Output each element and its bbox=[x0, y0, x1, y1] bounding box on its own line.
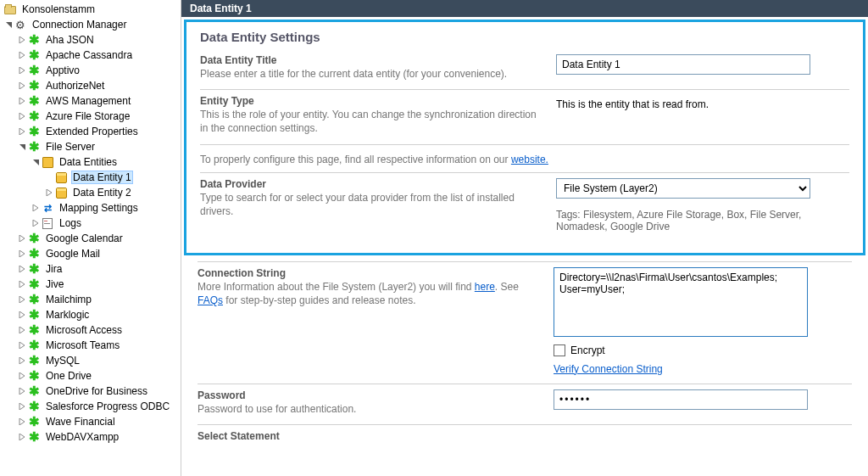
tree-label: Apache Cassandra bbox=[44, 49, 134, 61]
navigation-tree[interactable]: Konsolenstamm ⚙ Connection Manager ✱Aha … bbox=[0, 0, 181, 476]
tree-item-apptivo[interactable]: ✱Apptivo bbox=[0, 63, 181, 78]
tree-root[interactable]: Konsolenstamm bbox=[0, 2, 181, 17]
tree-item-microsoft-access[interactable]: ✱Microsoft Access bbox=[0, 322, 181, 338]
tree-item-jive[interactable]: ✱Jive bbox=[0, 277, 181, 292]
tree-item-salesforce-progress-odbc[interactable]: ✱Salesforce Progress ODBC bbox=[0, 399, 181, 414]
encrypt-label: Encrypt bbox=[570, 344, 605, 356]
tree-item-jira[interactable]: ✱Jira bbox=[0, 261, 181, 277]
faqs-link[interactable]: FAQs bbox=[198, 294, 223, 306]
connection-string-label: Connection String bbox=[198, 267, 537, 279]
mapping-icon: ⇄ bbox=[41, 201, 54, 215]
chevron-right-icon[interactable] bbox=[31, 204, 41, 211]
tree-item-webdavxampp[interactable]: ✱WebDAVXampp bbox=[0, 429, 181, 445]
chevron-down-icon[interactable] bbox=[3, 21, 14, 29]
password-label: Password bbox=[198, 389, 537, 401]
verify-connection-link[interactable]: Verify Connection String bbox=[554, 363, 663, 375]
data-provider-select[interactable]: File System (Layer2) bbox=[556, 178, 810, 199]
chevron-right-icon[interactable] bbox=[44, 189, 54, 196]
tree-item-wave-financial[interactable]: ✱Wave Financial bbox=[0, 414, 181, 429]
asterisk-icon: ✱ bbox=[27, 293, 41, 306]
chevron-right-icon[interactable] bbox=[17, 128, 27, 135]
tree-item-marklogic[interactable]: ✱Marklogic bbox=[0, 307, 181, 322]
tree-item-microsoft-teams[interactable]: ✱Microsoft Teams bbox=[0, 338, 181, 353]
chevron-right-icon[interactable] bbox=[17, 281, 27, 288]
chevron-right-icon[interactable] bbox=[17, 372, 27, 379]
chevron-right-icon[interactable] bbox=[17, 250, 27, 257]
tree-label: WebDAVXampp bbox=[44, 431, 120, 443]
encrypt-checkbox[interactable] bbox=[554, 344, 565, 356]
here-link[interactable]: here bbox=[475, 281, 495, 293]
chevron-right-icon[interactable] bbox=[17, 36, 27, 43]
chevron-down-icon[interactable] bbox=[17, 143, 27, 151]
chevron-right-icon[interactable] bbox=[17, 296, 27, 303]
asterisk-icon: ✱ bbox=[27, 323, 41, 337]
chevron-down-icon[interactable] bbox=[31, 159, 41, 166]
asterisk-icon: ✱ bbox=[27, 140, 41, 154]
tree-label: AWS Management bbox=[44, 95, 132, 107]
tree-label: Salesforce Progress ODBC bbox=[44, 400, 171, 412]
tree-item-google-mail[interactable]: ✱Google Mail bbox=[0, 246, 181, 261]
chevron-right-icon[interactable] bbox=[17, 235, 27, 242]
data-entity-title-help: Please enter a title for the current dat… bbox=[200, 67, 539, 81]
tree-label: Apptivo bbox=[44, 64, 81, 76]
tree-label: MySQL bbox=[44, 355, 81, 367]
tree-item-data-entity-1[interactable]: Data Entity 1 bbox=[0, 170, 181, 185]
asterisk-icon: ✱ bbox=[27, 400, 41, 413]
chevron-right-icon[interactable] bbox=[17, 67, 27, 74]
tree-label: Microsoft Access bbox=[44, 324, 124, 336]
chevron-right-icon[interactable] bbox=[17, 311, 27, 318]
website-link[interactable]: website. bbox=[511, 154, 548, 165]
conn-help-text2: . See bbox=[495, 281, 519, 293]
tree-item-mapping-settings[interactable]: ⇄Mapping Settings bbox=[0, 200, 181, 216]
chevron-right-icon[interactable] bbox=[17, 342, 27, 349]
tree-root-label: Konsolenstamm bbox=[20, 3, 97, 15]
chevron-right-icon[interactable] bbox=[17, 357, 27, 364]
tree-item-apache-cassandra[interactable]: ✱Apache Cassandra bbox=[0, 48, 181, 63]
tree-item-data-entities[interactable]: Data Entities bbox=[0, 154, 181, 170]
chevron-right-icon[interactable] bbox=[17, 388, 27, 395]
asterisk-icon: ✱ bbox=[27, 48, 41, 62]
asterisk-icon: ✱ bbox=[27, 415, 41, 428]
asterisk-icon: ✱ bbox=[27, 339, 41, 352]
chevron-right-icon[interactable] bbox=[31, 220, 41, 227]
tree-item-data-entity-2[interactable]: Data Entity 2 bbox=[0, 185, 181, 200]
tree-label: Mailchimp bbox=[44, 294, 93, 305]
tree-item-onedrive-business[interactable]: ✱OneDrive for Business bbox=[0, 384, 181, 399]
tree-label: File Server bbox=[44, 141, 97, 153]
data-entity-title-label: Data Entity Title bbox=[200, 54, 539, 66]
tree-item-aws-management[interactable]: ✱AWS Management bbox=[0, 93, 181, 109]
tree-item-mysql[interactable]: ✱MySQL bbox=[0, 353, 181, 368]
tree-label: Jive bbox=[44, 278, 65, 290]
tree-item-one-drive[interactable]: ✱One Drive bbox=[0, 368, 181, 384]
connection-string-help: More Information about the File System (… bbox=[198, 280, 537, 307]
chevron-right-icon[interactable] bbox=[17, 434, 27, 440]
chevron-right-icon[interactable] bbox=[17, 82, 27, 89]
tree-item-azure-file-storage[interactable]: ✱Azure File Storage bbox=[0, 109, 181, 124]
chevron-right-icon[interactable] bbox=[17, 327, 27, 333]
section-title: Data Entity Settings bbox=[200, 30, 849, 44]
chevron-right-icon[interactable] bbox=[17, 113, 27, 120]
tree-item-mailchimp[interactable]: ✱Mailchimp bbox=[0, 292, 181, 307]
chevron-right-icon[interactable] bbox=[17, 98, 27, 104]
tree-item-google-calendar[interactable]: ✱Google Calendar bbox=[0, 231, 181, 246]
tree-item-aha-json[interactable]: ✱Aha JSON bbox=[0, 32, 181, 48]
data-entity-title-input[interactable] bbox=[556, 54, 810, 75]
tree-item-logs[interactable]: Logs bbox=[0, 216, 181, 231]
tree-label: Aha JSON bbox=[44, 34, 96, 46]
asterisk-icon: ✱ bbox=[27, 247, 41, 260]
tree-item-file-server[interactable]: ✱File Server bbox=[0, 139, 181, 154]
connection-string-textarea[interactable]: Directory=\\l2nas\Firma\User\csantos\Exa… bbox=[554, 267, 808, 337]
tree-item-extended-properties[interactable]: ✱Extended Properties bbox=[0, 124, 181, 139]
asterisk-icon: ✱ bbox=[27, 125, 41, 138]
chevron-right-icon[interactable] bbox=[17, 418, 27, 425]
entity-type-value: This is the entity that is read from. bbox=[556, 95, 849, 110]
tree-label: Google Calendar bbox=[44, 232, 125, 244]
tree-item-authorizenet[interactable]: ✱AuthorizeNet bbox=[0, 78, 181, 93]
password-input[interactable] bbox=[554, 389, 808, 410]
chevron-right-icon[interactable] bbox=[17, 403, 27, 410]
tree-connection-manager[interactable]: ⚙ Connection Manager bbox=[0, 17, 181, 32]
tree-label: Microsoft Teams bbox=[44, 339, 121, 351]
chevron-right-icon[interactable] bbox=[17, 266, 27, 272]
chevron-right-icon[interactable] bbox=[17, 52, 27, 59]
tree-label: Google Mail bbox=[44, 248, 102, 260]
